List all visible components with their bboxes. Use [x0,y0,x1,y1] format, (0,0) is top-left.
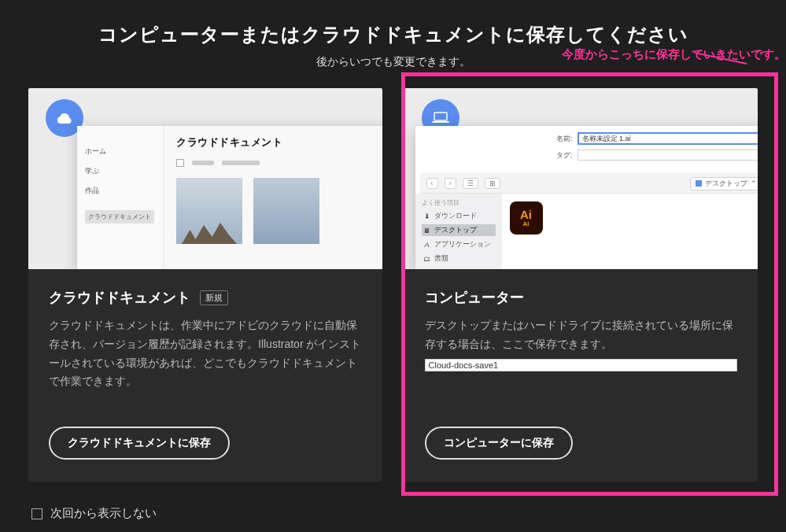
computer-card: 名前: タグ: ‹› ☰ ⊞ デスクトップ ⌃ [404,88,758,482]
cloud-side-pill: クラウドドキュメント [85,210,154,224]
svg-rect-0 [434,113,447,120]
save-to-computer-button[interactable]: コンピューターに保存 [425,427,573,460]
finder-grid-button: ⊞ [485,178,500,189]
cloud-side-works: 作品 [85,186,155,196]
dont-show-checkbox[interactable] [31,508,42,519]
cloud-side-home: ホーム [85,146,155,157]
finder-tag-input [578,150,758,161]
illustrator-file-icon: Ai AI [510,201,543,235]
finder-sidebar-desktop: 🖥デスクトップ [422,224,496,236]
dialog-title: コンピューターまたはクラウドドキュメントに保存してください [0,22,786,47]
cloud-thumbnail [176,178,242,244]
finder-name-label: 名前: [549,134,573,144]
cloud-preview: ホーム 学ぶ 作品 クラウドドキュメント クラウドドキュメント [28,88,382,269]
cloud-window-mock: ホーム 学ぶ 作品 クラウドドキュメント クラウドドキュメント [77,126,382,269]
cloud-sort-bar [192,161,214,165]
cloud-window-heading: クラウドドキュメント [176,135,382,150]
finder-location-dropdown: デスクトップ ⌃ [690,177,758,190]
finder-name-input [578,132,758,145]
cloud-thumbnail [253,178,319,244]
cloud-sort-bar [222,161,260,165]
cloud-card-title: クラウドドキュメント [49,288,190,307]
finder-sidebar-apps: Aアプリケーション [422,238,496,250]
annotation-text: 今度からこっちに保存していきたいです。 [562,47,786,62]
finder-view-button: ☰ [463,178,478,189]
save-to-cloud-button[interactable]: クラウドドキュメントに保存 [49,427,230,460]
computer-card-desc: デスクトップまたはハードドライブに接続されている場所に保存する場合は、ここで保存… [425,316,738,354]
tooltip: Cloud-docs-save1 [425,359,738,371]
finder-sidebar-header: よく使う項目 [422,198,496,207]
computer-preview: 名前: タグ: ‹› ☰ ⊞ デスクトップ ⌃ [404,88,758,269]
new-badge: 新規 [200,290,228,305]
cloud-side-learn: 学ぶ [85,166,155,176]
cloud-card-desc: クラウドドキュメントは、作業中にアドビのクラウドに自動保存され、バージョン履歴が… [49,316,362,391]
finder-sidebar-docs: 🗂書類 [422,253,496,264]
finder-tag-label: タグ: [549,150,573,161]
dont-show-label[interactable]: 次回から表示しない [50,506,157,521]
finder-back-button: ‹ [426,178,438,189]
cloud-card: ホーム 学ぶ 作品 クラウドドキュメント クラウドドキュメント [28,88,382,482]
finder-sidebar-downloads: ⬇ダウンロード [422,210,496,222]
computer-card-title: コンピューター [425,288,524,307]
finder-window-mock: 名前: タグ: ‹› ☰ ⊞ デスクトップ ⌃ [415,126,758,269]
cloud-select-all [176,159,184,167]
svg-rect-1 [432,121,449,123]
finder-forward-button: › [445,178,456,189]
